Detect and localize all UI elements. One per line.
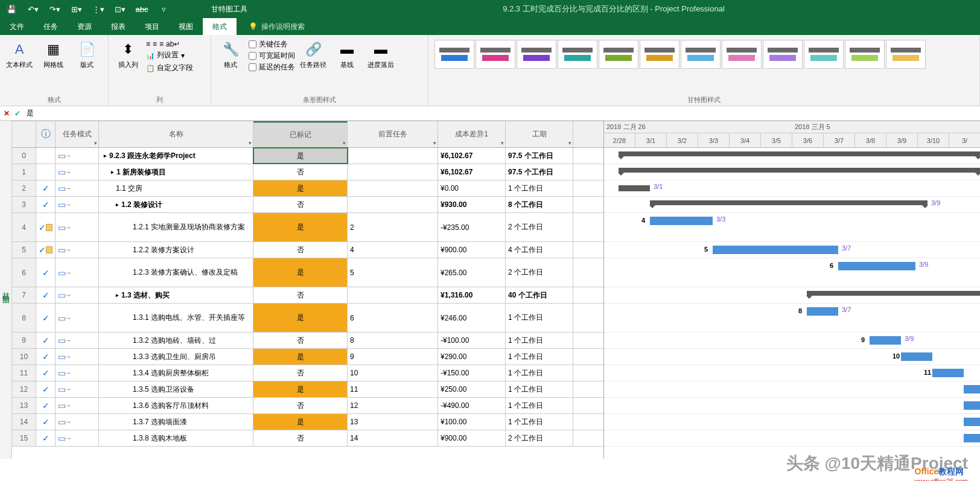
layout-button[interactable]: 📄版式: [71, 37, 103, 72]
gantt-bar[interactable]: [964, 385, 980, 393]
cost-variance-cell[interactable]: ¥900.00: [438, 430, 506, 446]
table-row[interactable]: 15✓1.3.8 选购木地板否14¥900.002 个工作日: [12, 430, 603, 447]
gantt-style-option[interactable]: [640, 40, 679, 69]
align-left-icon[interactable]: ≡: [146, 40, 150, 48]
predecessor-cell[interactable]: 8: [348, 333, 438, 348]
align-center-icon[interactable]: ≡: [153, 40, 157, 48]
predecessor-cell[interactable]: 14: [348, 430, 438, 446]
cost-variance-cell[interactable]: ¥100.00: [438, 414, 506, 430]
duration-cell[interactable]: 40 个工作日: [506, 287, 573, 303]
wrap-text-icon[interactable]: ab↵: [166, 40, 180, 48]
col-predecessors[interactable]: 前置任务▾: [348, 121, 438, 147]
expand-icon[interactable]: ▸: [116, 292, 119, 298]
chevron-down-icon[interactable]: ▾: [94, 140, 97, 146]
table-row[interactable]: 2✓1.1 交房是¥0.001 个工作日: [12, 180, 603, 197]
duration-cell[interactable]: 1 个工作日: [506, 349, 573, 365]
gantt-bar[interactable]: [619, 185, 650, 191]
gantt-chart[interactable]: 2018 二月 26 2018 三月 5 2/283/13/23/33/43/5…: [603, 121, 980, 459]
duration-cell[interactable]: 97.5 个工作日: [506, 164, 573, 180]
cost-variance-cell[interactable]: -¥100.00: [438, 333, 506, 348]
cost-variance-cell[interactable]: -¥490.00: [438, 398, 506, 413]
predecessor-cell[interactable]: 12: [348, 398, 438, 413]
cost-variance-cell[interactable]: -¥235.00: [438, 213, 506, 241]
chevron-down-icon[interactable]: ▾: [568, 140, 571, 146]
table-row[interactable]: 13✓1.3.6 选购客厅吊顶材料否12-¥490.001 个工作日: [12, 398, 603, 414]
row-number[interactable]: 15: [12, 430, 36, 446]
gantt-style-option[interactable]: [722, 40, 762, 69]
cost-variance-cell[interactable]: ¥900.00: [438, 242, 506, 258]
strikethrough-icon[interactable]: abc: [135, 2, 148, 16]
task-mode-cell[interactable]: [56, 304, 99, 332]
task-name-cell[interactable]: 1.2.2 装修方案设计: [99, 242, 253, 258]
duration-cell[interactable]: 2 个工作日: [506, 430, 573, 446]
marked-cell[interactable]: 否: [253, 430, 348, 446]
gantt-bar[interactable]: [650, 217, 713, 225]
predecessor-cell[interactable]: [348, 148, 438, 164]
col-name[interactable]: 名称▾: [99, 121, 253, 147]
tab-file[interactable]: 文件: [0, 18, 34, 35]
marked-cell[interactable]: 是: [253, 258, 348, 287]
task-name-cell[interactable]: 1.3.6 选购客厅吊顶材料: [99, 398, 253, 413]
marked-cell[interactable]: 否: [253, 197, 348, 212]
qat-icon-1[interactable]: ⊞▾: [70, 2, 83, 16]
gantt-bar[interactable]: [838, 262, 915, 270]
tab-report[interactable]: 报表: [101, 18, 135, 35]
row-number[interactable]: 12: [12, 381, 36, 397]
table-row[interactable]: 5✓1.2.2 装修方案设计否4¥900.004 个工作日: [12, 242, 603, 258]
task-name-cell[interactable]: ▸1 新房装修项目: [99, 164, 253, 180]
table-row[interactable]: 0▸9.2.3 跟连永老师学Project是¥6,102.6797.5 个工作日: [12, 148, 603, 164]
row-number[interactable]: 4: [12, 213, 36, 241]
table-row[interactable]: 10✓1.3.3 选购卫生间、厨房吊是9¥290.001 个工作日: [12, 349, 603, 365]
task-mode-cell[interactable]: [56, 258, 99, 287]
predecessor-cell[interactable]: 9: [348, 349, 438, 365]
marked-cell[interactable]: 否: [253, 287, 348, 303]
marked-cell[interactable]: 是: [253, 414, 348, 430]
custom-fields-button[interactable]: 📋 自定义字段: [146, 62, 193, 74]
task-mode-cell[interactable]: [56, 381, 99, 397]
expand-icon[interactable]: ▸: [116, 202, 119, 208]
marked-cell[interactable]: 否: [253, 333, 348, 348]
baseline-button[interactable]: ▬基线: [331, 37, 363, 72]
expand-icon[interactable]: ▸: [104, 153, 107, 159]
tab-task[interactable]: 任务: [34, 18, 68, 35]
cost-variance-cell[interactable]: ¥6,102.67: [438, 164, 506, 180]
marked-cell[interactable]: 是: [253, 213, 348, 241]
tab-view[interactable]: 视图: [169, 18, 203, 35]
task-name-cell[interactable]: 1.1 交房: [99, 180, 253, 196]
duration-cell[interactable]: 2 个工作日: [506, 258, 573, 287]
duration-cell[interactable]: 1 个工作日: [506, 365, 573, 381]
slack-checkbox[interactable]: 可宽延时间: [249, 50, 295, 62]
gridlines-button[interactable]: ▦网格线: [37, 37, 69, 72]
table-row[interactable]: 6✓1.2.3 装修方案确认、修改及定稿是5¥265.002 个工作日: [12, 258, 603, 287]
task-name-cell[interactable]: 1.3.1 选购电线、水管、开关插座等: [99, 304, 253, 332]
critical-tasks-checkbox[interactable]: 关键任务: [249, 39, 295, 50]
table-row[interactable]: 3✓▸1.2 装修设计否¥930.008 个工作日: [12, 197, 603, 213]
duration-cell[interactable]: 4 个工作日: [506, 242, 573, 258]
col-mode[interactable]: 任务模式▾: [56, 121, 99, 147]
duration-cell[interactable]: 8 个工作日: [506, 197, 573, 212]
gantt-bar[interactable]: [807, 291, 980, 296]
col-cost-variance[interactable]: 成本差异1▾: [438, 121, 506, 147]
predecessor-cell[interactable]: 10: [348, 365, 438, 381]
task-mode-cell[interactable]: [56, 164, 99, 180]
row-number[interactable]: 7: [12, 287, 36, 303]
redo-icon[interactable]: ↷▾: [48, 2, 62, 16]
gantt-style-option[interactable]: [886, 40, 926, 69]
task-mode-cell[interactable]: [56, 287, 99, 303]
tell-me-search[interactable]: 💡 操作说明搜索: [249, 18, 305, 35]
save-icon[interactable]: 💾: [5, 2, 18, 16]
task-mode-cell[interactable]: [56, 398, 99, 413]
predecessor-cell[interactable]: 4: [348, 242, 438, 258]
gantt-style-option[interactable]: [763, 40, 803, 69]
task-mode-cell[interactable]: [56, 242, 99, 258]
gantt-bar[interactable]: [870, 336, 901, 345]
tab-resource[interactable]: 资源: [68, 18, 101, 35]
align-right-icon[interactable]: ≡: [159, 40, 164, 48]
insert-column-button[interactable]: ⬍插入列: [112, 37, 144, 72]
task-mode-cell[interactable]: [56, 197, 99, 212]
format-button[interactable]: 🔧格式: [215, 37, 246, 72]
chevron-down-icon[interactable]: ▾: [343, 140, 346, 146]
gantt-bar[interactable]: [932, 369, 964, 377]
gantt-bar[interactable]: [964, 418, 980, 426]
cost-variance-cell[interactable]: ¥1,316.00: [438, 287, 506, 303]
